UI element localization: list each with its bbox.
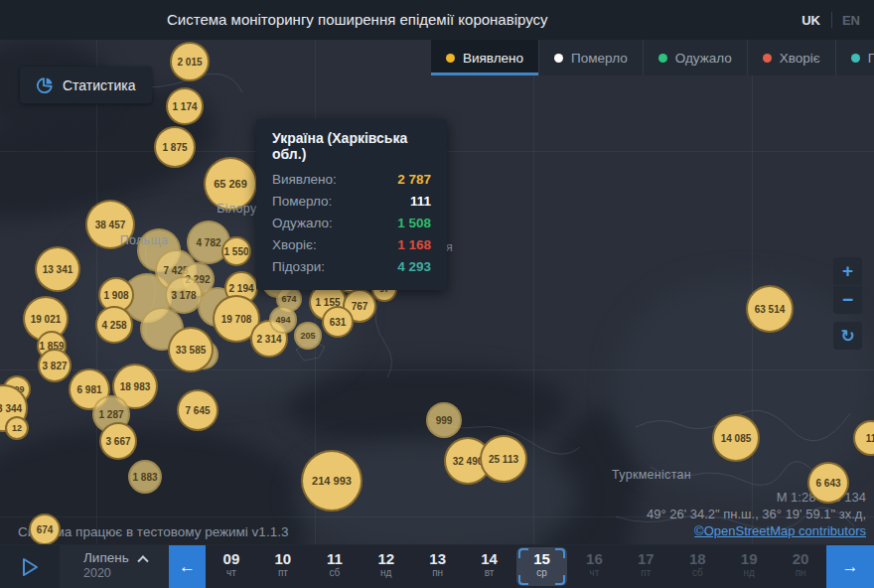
date-number: 19: [741, 550, 758, 567]
map-bubble[interactable]: 1 174: [166, 87, 204, 125]
date-cell-14[interactable]: 14вт: [464, 545, 515, 588]
date-weekday: чт: [226, 567, 236, 579]
map-bubble[interactable]: 674: [29, 514, 61, 545]
selection-corner: [555, 575, 565, 585]
date-number: 09: [223, 550, 240, 567]
map-bubble[interactable]: 3 667: [99, 422, 137, 460]
tooltip-row-value: 2 787: [397, 169, 431, 191]
legend-tab-suspected[interactable]: Підозри: [836, 40, 874, 75]
map-bubble[interactable]: 631: [322, 306, 354, 338]
statistics-button[interactable]: Статистика: [20, 67, 152, 103]
date-weekday: пт: [641, 567, 651, 579]
date-cell-13[interactable]: 13пн: [412, 545, 464, 588]
timeline-next-button[interactable]: →: [826, 545, 874, 588]
tooltip-row: Виявлено:2 787: [272, 169, 431, 191]
date-cell-10[interactable]: 10пт: [257, 545, 309, 588]
map-bubble[interactable]: 6 643: [807, 462, 849, 504]
tooltip-row: Одужало:1 508: [272, 213, 431, 234]
month-selector[interactable]: Липень 2020: [60, 545, 169, 588]
date-cell-09[interactable]: 09чт: [206, 545, 257, 588]
lang-divider: [831, 12, 832, 28]
date-number: 11: [327, 550, 343, 567]
legend-tab-sick[interactable]: Хворіє: [748, 40, 836, 75]
tooltip-row-value: 1 168: [397, 234, 431, 256]
map-bubble[interactable]: 25 113: [480, 435, 527, 483]
map-bubble[interactable]: 33 585: [168, 327, 214, 372]
map-bubble[interactable]: 1 875: [154, 126, 196, 168]
legend-tab-detected[interactable]: Виявлено: [431, 40, 539, 75]
map-bubble[interactable]: 11: [853, 420, 874, 456]
date-weekday: пн: [432, 567, 443, 579]
date-number: 13: [429, 550, 446, 567]
map-bubble[interactable]: 14 085: [712, 414, 760, 462]
lang-en-button[interactable]: EN: [842, 0, 860, 40]
legend-tab-label: Одужало: [675, 51, 732, 66]
recovered-dot: [658, 54, 667, 63]
date-weekday: пт: [278, 567, 288, 579]
legend-bar: ВиявленоПомерлоОдужалоХворієПідозри: [431, 40, 874, 75]
map-bubble[interactable]: 1 550: [221, 236, 251, 266]
date-cell-16[interactable]: 16чт: [568, 545, 620, 588]
date-cell-20[interactable]: 20пн: [775, 545, 826, 588]
date-cell-15[interactable]: 15ср: [516, 547, 568, 586]
map-bubble[interactable]: 3 827: [38, 349, 72, 382]
chevron-up-icon: [137, 555, 148, 566]
date-cell-17[interactable]: 17пт: [620, 545, 671, 588]
map-bubble[interactable]: 999: [426, 402, 462, 438]
lang-uk-button[interactable]: UK: [801, 0, 820, 40]
date-cell-11[interactable]: 11сб: [309, 545, 361, 588]
tooltip-row-label: Померло:: [272, 191, 332, 213]
play-button[interactable]: [0, 545, 60, 588]
date-weekday: ср: [536, 567, 547, 579]
tooltip-row-value: 111: [410, 191, 431, 213]
date-weekday: вт: [485, 567, 495, 579]
date-cell-19[interactable]: 19нд: [723, 545, 775, 588]
tooltip-row: Підозри:4 293: [272, 256, 431, 278]
map-bubble[interactable]: 214 993: [301, 450, 363, 512]
date-weekday: пн: [796, 567, 806, 579]
zoom-out-button[interactable]: −: [833, 286, 862, 314]
tooltip-row-label: Підозри:: [272, 256, 325, 278]
date-number: 17: [638, 550, 655, 567]
map-bubble[interactable]: 63 514: [746, 285, 794, 333]
date-number: 20: [793, 550, 809, 567]
tooltip-row: Хворіє:1 168: [272, 234, 431, 256]
play-icon: [19, 555, 41, 579]
selection-corner: [518, 575, 528, 585]
map-bubble[interactable]: 12: [5, 416, 29, 440]
date-number: 15: [533, 550, 550, 567]
died-dot: [554, 54, 563, 63]
legend-tab-label: Померло: [571, 51, 628, 66]
tooltip-rows: Виявлено:2 787Померло:111Одужало:1 508Хв…: [272, 169, 431, 278]
map-bubble[interactable]: 13 341: [35, 246, 80, 292]
country-label: Туркменістан: [612, 468, 691, 482]
refresh-button[interactable]: ↻: [833, 322, 862, 350]
map-bubble[interactable]: 1 883: [128, 460, 162, 494]
map-bubble[interactable]: 3 178: [165, 276, 203, 314]
timeline-bar: Липень 2020 ← 09чт10пт11сб12нд13пн14вт15…: [0, 544, 874, 588]
date-weekday: нд: [380, 567, 391, 579]
suspected-dot: [851, 54, 860, 63]
tooltip-row-label: Хворіє:: [272, 234, 317, 256]
tooltip-row-value: 1 508: [397, 213, 431, 234]
tooltip-row-label: Виявлено:: [272, 169, 337, 191]
map-bubble[interactable]: 494: [269, 306, 297, 334]
date-number: 18: [689, 550, 706, 567]
zoom-in-button[interactable]: +: [833, 257, 862, 285]
legend-tab-label: Хворіє: [780, 51, 820, 66]
date-weekday: нд: [744, 567, 755, 579]
date-cell-18[interactable]: 18сб: [671, 545, 723, 588]
app-root: ПольщаБілорусьРосіяТуркменістан М 1:28 9…: [0, 0, 874, 588]
map-bubble[interactable]: 205: [294, 322, 322, 350]
map-bubble[interactable]: 2 015: [170, 42, 210, 81]
map-bubble[interactable]: 7 645: [177, 389, 218, 431]
month-label: Липень: [83, 550, 129, 565]
map-bubble[interactable]: 4 258: [95, 306, 133, 344]
statistics-label: Статистика: [63, 77, 136, 93]
legend-tab-recovered[interactable]: Одужало: [644, 40, 748, 75]
tooltip-title: Україна (Харківська обл.): [272, 130, 431, 162]
selection-corner: [555, 548, 565, 558]
legend-tab-died[interactable]: Померло: [539, 40, 644, 75]
timeline-prev-button[interactable]: ←: [169, 545, 206, 588]
date-cell-12[interactable]: 12нд: [361, 545, 412, 588]
